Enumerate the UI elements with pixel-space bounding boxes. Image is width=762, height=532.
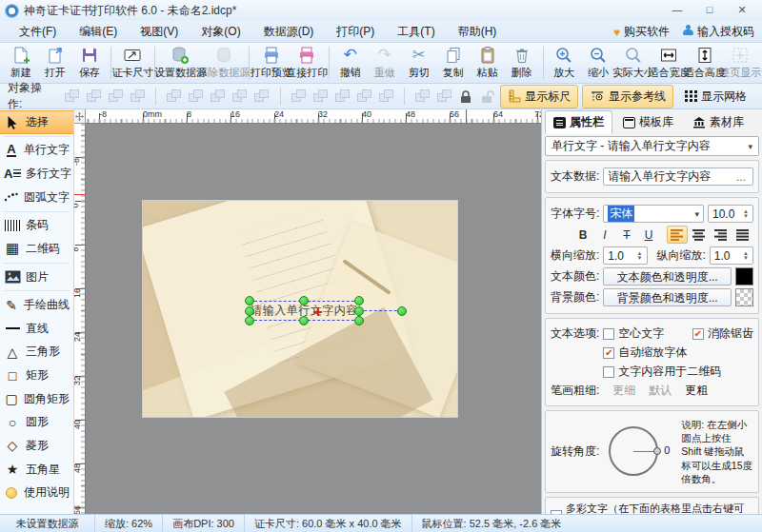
tool-rectangle[interactable]: □ 矩形 bbox=[0, 364, 73, 387]
fit-width-button[interactable]: 适合宽度 bbox=[652, 44, 687, 82]
fit-height-icon bbox=[695, 46, 714, 65]
align-center-button[interactable] bbox=[689, 226, 710, 244]
zoom-out-button[interactable]: 缩小 bbox=[581, 44, 615, 82]
tool-image[interactable]: 图片 bbox=[0, 266, 73, 289]
maximize-button[interactable]: □ bbox=[695, 2, 724, 19]
object-selector-dropdown[interactable]: 单行文字 - 请输入单行文字内容 ▾ bbox=[545, 136, 759, 156]
align-right-button[interactable] bbox=[711, 226, 732, 244]
menu-edit[interactable]: 编辑(E) bbox=[68, 22, 129, 42]
tool-qrcode[interactable]: ▦ 二维码 bbox=[0, 237, 73, 261]
handle-bottom-left[interactable] bbox=[245, 316, 254, 325]
set-datasource-button[interactable]: 设置数据源 bbox=[159, 44, 202, 82]
delete-button[interactable]: 删除 bbox=[505, 44, 539, 82]
menu-tools[interactable]: 工具(T) bbox=[386, 22, 446, 42]
hollow-text-checkbox[interactable]: 空心文字 bbox=[603, 325, 664, 342]
stroke-thicker-link[interactable]: 更粗 bbox=[685, 383, 708, 399]
menu-view[interactable]: 视图(V) bbox=[129, 22, 190, 42]
zoom-in-button[interactable]: 放大 bbox=[547, 44, 581, 82]
autoscale-font-checkbox[interactable]: ✔自动缩放字体 bbox=[603, 345, 753, 361]
actual-size-button[interactable]: 实际大小 bbox=[615, 44, 651, 82]
handle-bottom-center[interactable] bbox=[299, 316, 309, 325]
rotation-dial-knob[interactable] bbox=[653, 447, 661, 455]
tool-circle[interactable]: ○ 圆形 bbox=[0, 410, 73, 434]
vscale-spinner[interactable]: 1.0 ▲▼ bbox=[710, 246, 753, 265]
tool-barcode[interactable]: 条码 bbox=[0, 214, 73, 238]
minimize-button[interactable]: — bbox=[663, 2, 692, 19]
tool-select[interactable]: 选择 bbox=[0, 110, 73, 134]
handle-top-left[interactable] bbox=[245, 296, 254, 305]
open-button[interactable]: 打开 bbox=[38, 44, 72, 82]
copy-button[interactable]: 复制 bbox=[436, 44, 471, 82]
menu-file[interactable]: 文件(F) bbox=[8, 22, 68, 42]
stroke-default-link[interactable]: 默认 bbox=[649, 383, 672, 399]
tool-freehand[interactable]: ✎ 手绘曲线 bbox=[0, 293, 73, 317]
tab-properties[interactable]: 属性栏 bbox=[545, 110, 612, 134]
align-top-icon bbox=[291, 89, 307, 104]
handle-top-right[interactable] bbox=[354, 296, 364, 305]
direct-print-button[interactable]: 直接打印 bbox=[290, 44, 325, 82]
antialias-checkbox[interactable]: ✔消除锯齿 bbox=[692, 325, 753, 342]
tool-triangle[interactable]: △ 三角形 bbox=[0, 341, 73, 365]
font-family-select[interactable]: 宋体 ▾ bbox=[603, 205, 704, 223]
handle-top-center[interactable] bbox=[299, 296, 309, 305]
tool-arc-text[interactable]: 圆弧文字 bbox=[0, 186, 73, 209]
bold-button[interactable]: B bbox=[572, 226, 593, 244]
tool-line[interactable]: 直线 bbox=[0, 317, 73, 341]
tab-templates[interactable]: 模板库 bbox=[614, 110, 682, 134]
tool-diamond[interactable]: ◇ 菱形 bbox=[0, 434, 73, 458]
menu-print[interactable]: 打印(P) bbox=[325, 22, 386, 42]
rotation-dial[interactable]: 0 bbox=[609, 426, 658, 476]
lock-icon[interactable] bbox=[458, 89, 473, 105]
close-button[interactable]: ✕ bbox=[728, 2, 756, 19]
text-data-more-button[interactable]: ... bbox=[733, 170, 749, 184]
multicolor-checkbox[interactable]: 多彩文字（在下面的表格里点击右键可修改颜色） bbox=[551, 502, 753, 514]
card-size-button[interactable]: 证卡尺寸 bbox=[115, 44, 150, 82]
tool-single-line-text[interactable]: A 单行文字 bbox=[0, 139, 73, 163]
cut-button[interactable]: ✂ 剪切 bbox=[402, 44, 436, 82]
spinner-arrows-icon[interactable]: ▲▼ bbox=[743, 209, 749, 219]
tool-rounded-rectangle[interactable]: ▢ 圆角矩形 bbox=[0, 387, 73, 411]
save-button[interactable]: 保存 bbox=[72, 44, 107, 82]
bg-color-button[interactable]: 背景颜色和透明度... bbox=[603, 288, 732, 306]
text-data-input[interactable]: 请输入单行文字内容 ... bbox=[603, 167, 753, 186]
show-ruler-toggle[interactable]: 显示标尺 bbox=[500, 85, 578, 108]
handle-middle-right[interactable] bbox=[354, 306, 364, 316]
pen-icon: ✎ bbox=[4, 298, 19, 313]
new-button[interactable]: 新建 bbox=[4, 44, 38, 82]
hscale-spinner[interactable]: 1.0 ▲▼ bbox=[603, 246, 647, 265]
buy-software-link[interactable]: ♥购买软件 bbox=[613, 24, 670, 40]
text-color-swatch[interactable] bbox=[735, 267, 753, 286]
tab-materials[interactable]: 素材库 bbox=[684, 110, 752, 134]
show-grid-toggle[interactable]: 显示网格 bbox=[677, 85, 754, 108]
show-guides-toggle[interactable]: 显示参考线 bbox=[582, 85, 673, 108]
italic-button[interactable]: I bbox=[594, 226, 615, 244]
print-preview-button[interactable]: 打印预览 bbox=[253, 44, 289, 82]
help-link[interactable]: 使用说明 bbox=[0, 481, 73, 504]
paste-button[interactable]: 粘贴 bbox=[471, 44, 505, 82]
license-link[interactable]: 输入授权码 bbox=[683, 24, 754, 40]
handle-bottom-right[interactable] bbox=[354, 316, 364, 325]
open-doc-icon bbox=[46, 46, 65, 65]
rotation-handle[interactable] bbox=[397, 306, 407, 316]
menu-object[interactable]: 对象(O) bbox=[190, 22, 251, 42]
align-left-button[interactable] bbox=[667, 226, 688, 244]
align-justify-button[interactable] bbox=[732, 226, 753, 244]
strikethrough-button[interactable]: T bbox=[616, 226, 637, 244]
menu-help[interactable]: 帮助(H) bbox=[447, 22, 509, 42]
text-color-button[interactable]: 文本颜色和透明度... bbox=[603, 267, 732, 286]
object-operations-label: 对象操作: bbox=[8, 80, 54, 112]
text-as-qrcode-checkbox[interactable]: 文字内容用于二维码 bbox=[603, 364, 753, 380]
bg-color-swatch[interactable] bbox=[735, 288, 753, 306]
font-size-spinner[interactable]: 10.0 ▲▼ bbox=[708, 205, 753, 223]
tool-star[interactable]: ★ 五角星 bbox=[0, 458, 73, 482]
work-area[interactable]: 请输入单行文字内容 bbox=[86, 124, 541, 514]
move-up-layer-icon bbox=[108, 89, 124, 104]
fit-height-button[interactable]: 适合高度 bbox=[687, 44, 722, 82]
undo-button[interactable]: ↶ 撤销 bbox=[333, 44, 368, 82]
tool-multi-line-text[interactable]: A 多行文字 bbox=[0, 162, 73, 186]
handle-middle-left[interactable] bbox=[245, 306, 254, 316]
menu-datasource[interactable]: 数据源(D) bbox=[252, 22, 326, 42]
stroke-thinner-link[interactable]: 更细 bbox=[612, 383, 635, 399]
align-bottom-icon bbox=[334, 89, 351, 104]
underline-button[interactable]: U bbox=[638, 226, 659, 244]
